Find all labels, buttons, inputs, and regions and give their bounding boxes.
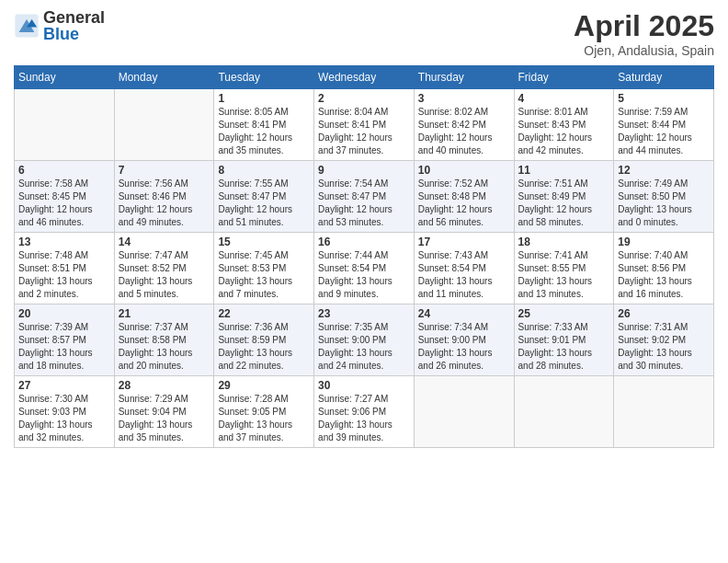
col-thursday: Thursday — [414, 66, 514, 89]
header: General Blue April 2025 Ojen, Andalusia,… — [14, 9, 714, 58]
day-number: 18 — [518, 236, 610, 248]
calendar-cell: 16Sunrise: 7:44 AM Sunset: 8:54 PM Dayli… — [314, 233, 415, 304]
calendar-cell: 18Sunrise: 7:41 AM Sunset: 8:55 PM Dayli… — [514, 233, 614, 304]
day-number: 13 — [18, 236, 110, 248]
day-number: 17 — [418, 236, 510, 248]
day-number: 7 — [119, 164, 210, 177]
calendar-cell — [614, 376, 714, 448]
logo-blue-text: Blue — [43, 26, 105, 42]
calendar-cell: 19Sunrise: 7:40 AM Sunset: 8:56 PM Dayli… — [614, 233, 714, 304]
calendar-cell: 1Sunrise: 8:05 AM Sunset: 8:41 PM Daylig… — [214, 89, 314, 161]
day-info: Sunrise: 7:48 AM Sunset: 8:51 PM Dayligh… — [18, 249, 110, 301]
day-number: 1 — [218, 92, 310, 105]
day-number: 2 — [318, 92, 410, 105]
day-number: 5 — [618, 92, 710, 105]
calendar-cell: 25Sunrise: 7:33 AM Sunset: 9:01 PM Dayli… — [514, 304, 614, 376]
day-info: Sunrise: 7:51 AM Sunset: 8:49 PM Dayligh… — [518, 178, 610, 229]
day-info: Sunrise: 7:45 AM Sunset: 8:53 PM Dayligh… — [218, 249, 310, 301]
calendar-cell: 14Sunrise: 7:47 AM Sunset: 8:52 PM Dayli… — [114, 233, 214, 304]
day-info: Sunrise: 7:33 AM Sunset: 9:01 PM Dayligh… — [518, 321, 610, 373]
day-number: 19 — [618, 236, 710, 248]
header-row: Sunday Monday Tuesday Wednesday Thursday… — [15, 66, 714, 89]
logo-text: General Blue — [43, 9, 105, 42]
day-number: 6 — [18, 164, 110, 177]
day-number: 21 — [119, 307, 210, 320]
calendar-week-row: 13Sunrise: 7:48 AM Sunset: 8:51 PM Dayli… — [15, 233, 714, 304]
day-info: Sunrise: 7:28 AM Sunset: 9:05 PM Dayligh… — [218, 393, 310, 444]
day-info: Sunrise: 7:34 AM Sunset: 9:00 PM Dayligh… — [418, 321, 510, 373]
day-number: 16 — [318, 236, 410, 248]
day-info: Sunrise: 7:40 AM Sunset: 8:56 PM Dayligh… — [618, 249, 710, 301]
col-saturday: Saturday — [614, 66, 714, 89]
col-friday: Friday — [514, 66, 614, 89]
day-info: Sunrise: 7:30 AM Sunset: 9:03 PM Dayligh… — [18, 393, 110, 444]
day-number: 14 — [119, 236, 210, 248]
calendar-cell: 29Sunrise: 7:28 AM Sunset: 9:05 PM Dayli… — [214, 376, 314, 448]
calendar-cell — [514, 376, 614, 448]
day-info: Sunrise: 7:39 AM Sunset: 8:57 PM Dayligh… — [18, 321, 110, 373]
day-info: Sunrise: 8:05 AM Sunset: 8:41 PM Dayligh… — [218, 106, 310, 157]
day-info: Sunrise: 7:56 AM Sunset: 8:46 PM Dayligh… — [119, 178, 210, 229]
month-title: April 2025 — [574, 9, 714, 43]
calendar-cell: 4Sunrise: 8:01 AM Sunset: 8:43 PM Daylig… — [514, 89, 614, 161]
day-number: 3 — [418, 92, 510, 105]
logo: General Blue — [14, 9, 105, 42]
calendar-week-row: 20Sunrise: 7:39 AM Sunset: 8:57 PM Dayli… — [15, 304, 714, 376]
day-info: Sunrise: 7:55 AM Sunset: 8:47 PM Dayligh… — [218, 178, 310, 229]
day-info: Sunrise: 7:31 AM Sunset: 9:02 PM Dayligh… — [618, 321, 710, 373]
col-monday: Monday — [114, 66, 214, 89]
page-container: General Blue April 2025 Ojen, Andalusia,… — [0, 0, 728, 457]
day-info: Sunrise: 7:36 AM Sunset: 8:59 PM Dayligh… — [218, 321, 310, 373]
day-number: 23 — [318, 307, 410, 320]
day-info: Sunrise: 8:02 AM Sunset: 8:42 PM Dayligh… — [418, 106, 510, 157]
calendar-week-row: 27Sunrise: 7:30 AM Sunset: 9:03 PM Dayli… — [15, 376, 714, 448]
day-info: Sunrise: 7:29 AM Sunset: 9:04 PM Dayligh… — [119, 393, 210, 444]
day-number: 30 — [318, 379, 410, 392]
day-info: Sunrise: 7:27 AM Sunset: 9:06 PM Dayligh… — [318, 393, 410, 444]
calendar-cell: 15Sunrise: 7:45 AM Sunset: 8:53 PM Dayli… — [214, 233, 314, 304]
calendar-cell — [414, 376, 514, 448]
calendar-week-row: 1Sunrise: 8:05 AM Sunset: 8:41 PM Daylig… — [15, 89, 714, 161]
calendar-cell: 7Sunrise: 7:56 AM Sunset: 8:46 PM Daylig… — [114, 161, 214, 233]
calendar-cell: 30Sunrise: 7:27 AM Sunset: 9:06 PM Dayli… — [314, 376, 415, 448]
calendar-cell: 13Sunrise: 7:48 AM Sunset: 8:51 PM Dayli… — [15, 233, 115, 304]
day-info: Sunrise: 8:04 AM Sunset: 8:41 PM Dayligh… — [318, 106, 410, 157]
calendar-cell — [114, 89, 214, 161]
logo-general: General — [43, 9, 105, 26]
day-info: Sunrise: 7:58 AM Sunset: 8:45 PM Dayligh… — [18, 178, 110, 229]
logo-icon — [14, 13, 40, 39]
calendar-cell: 28Sunrise: 7:29 AM Sunset: 9:04 PM Dayli… — [114, 376, 214, 448]
col-sunday: Sunday — [15, 66, 115, 89]
col-tuesday: Tuesday — [214, 66, 314, 89]
day-info: Sunrise: 7:41 AM Sunset: 8:55 PM Dayligh… — [518, 249, 610, 301]
calendar-cell: 17Sunrise: 7:43 AM Sunset: 8:54 PM Dayli… — [414, 233, 514, 304]
title-block: April 2025 Ojen, Andalusia, Spain — [574, 9, 714, 58]
day-number: 26 — [618, 307, 710, 320]
calendar-cell: 8Sunrise: 7:55 AM Sunset: 8:47 PM Daylig… — [214, 161, 314, 233]
day-info: Sunrise: 7:35 AM Sunset: 9:00 PM Dayligh… — [318, 321, 410, 373]
day-info: Sunrise: 7:54 AM Sunset: 8:47 PM Dayligh… — [318, 178, 410, 229]
day-info: Sunrise: 7:59 AM Sunset: 8:44 PM Dayligh… — [618, 106, 710, 157]
col-wednesday: Wednesday — [314, 66, 415, 89]
calendar-cell: 6Sunrise: 7:58 AM Sunset: 8:45 PM Daylig… — [15, 161, 115, 233]
day-number: 22 — [218, 307, 310, 320]
day-info: Sunrise: 8:01 AM Sunset: 8:43 PM Dayligh… — [518, 106, 610, 157]
calendar-cell: 20Sunrise: 7:39 AM Sunset: 8:57 PM Dayli… — [15, 304, 115, 376]
calendar-cell: 26Sunrise: 7:31 AM Sunset: 9:02 PM Dayli… — [614, 304, 714, 376]
day-info: Sunrise: 7:52 AM Sunset: 8:48 PM Dayligh… — [418, 178, 510, 229]
day-number: 27 — [18, 379, 110, 392]
calendar-cell: 12Sunrise: 7:49 AM Sunset: 8:50 PM Dayli… — [614, 161, 714, 233]
calendar-cell: 22Sunrise: 7:36 AM Sunset: 8:59 PM Dayli… — [214, 304, 314, 376]
day-number: 9 — [318, 164, 410, 177]
day-number: 15 — [218, 236, 310, 248]
day-number: 29 — [218, 379, 310, 392]
calendar: Sunday Monday Tuesday Wednesday Thursday… — [14, 65, 714, 448]
calendar-week-row: 6Sunrise: 7:58 AM Sunset: 8:45 PM Daylig… — [15, 161, 714, 233]
day-number: 25 — [518, 307, 610, 320]
calendar-cell: 23Sunrise: 7:35 AM Sunset: 9:00 PM Dayli… — [314, 304, 415, 376]
calendar-cell: 2Sunrise: 8:04 AM Sunset: 8:41 PM Daylig… — [314, 89, 415, 161]
calendar-cell: 10Sunrise: 7:52 AM Sunset: 8:48 PM Dayli… — [414, 161, 514, 233]
day-number: 24 — [418, 307, 510, 320]
calendar-cell: 24Sunrise: 7:34 AM Sunset: 9:00 PM Dayli… — [414, 304, 514, 376]
day-number: 10 — [418, 164, 510, 177]
